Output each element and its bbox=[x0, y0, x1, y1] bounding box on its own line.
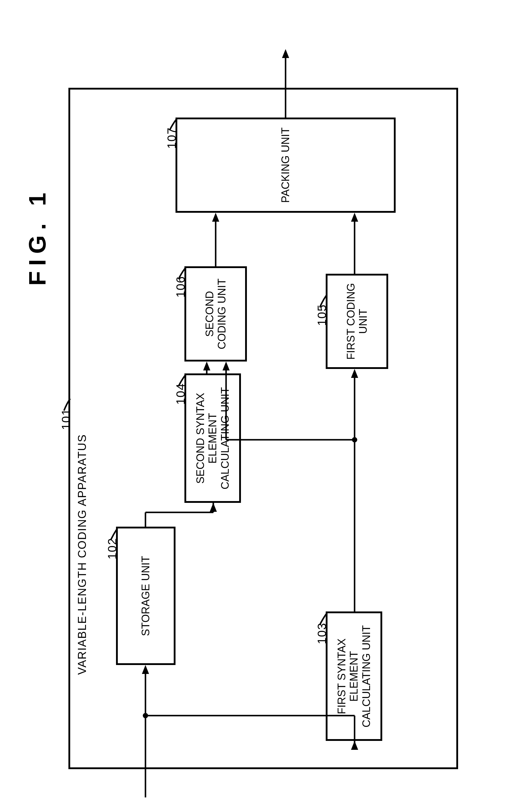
ref-106: 106 bbox=[174, 276, 187, 298]
ref-102: 102 bbox=[106, 538, 119, 560]
apparatus-label: VARIABLE-LENGTH CODING APPARATUS bbox=[76, 434, 89, 675]
figure-title: FIG. 1 bbox=[24, 187, 51, 286]
ref-103: 103 bbox=[315, 622, 329, 644]
ref-107: 107 bbox=[165, 127, 178, 149]
ref-104: 104 bbox=[174, 383, 187, 405]
second-calc-unit: SECOND SYNTAX ELEMENT CALCULATING UNIT bbox=[185, 374, 241, 503]
ref-101: 101 bbox=[59, 408, 73, 430]
packing-unit-label: PACKING UNIT bbox=[279, 127, 292, 203]
second-coding-label: SECOND CODING UNIT bbox=[204, 278, 228, 349]
first-coding-label: FIRST CODING UNIT bbox=[345, 283, 369, 360]
first-calc-label: FIRST SYNTAX ELEMENT CALCULATING UNIT bbox=[336, 625, 372, 727]
page: FIG. 1 VARIABLE-LENGTH CODING APPARATUS … bbox=[0, 0, 528, 812]
ref-105: 105 bbox=[315, 304, 329, 326]
first-coding-unit: FIRST CODING UNIT bbox=[326, 274, 388, 369]
second-calc-label: SECOND SYNTAX ELEMENT CALCULATING UNIT bbox=[194, 387, 231, 489]
storage-unit-label: STORAGE UNIT bbox=[140, 556, 152, 636]
first-calc-unit: FIRST SYNTAX ELEMENT CALCULATING UNIT bbox=[326, 611, 382, 741]
storage-unit: STORAGE UNIT bbox=[116, 527, 176, 665]
second-coding-unit: SECOND CODING UNIT bbox=[185, 266, 247, 362]
svg-marker-24 bbox=[282, 49, 289, 58]
packing-unit: PACKING UNIT bbox=[176, 117, 396, 213]
